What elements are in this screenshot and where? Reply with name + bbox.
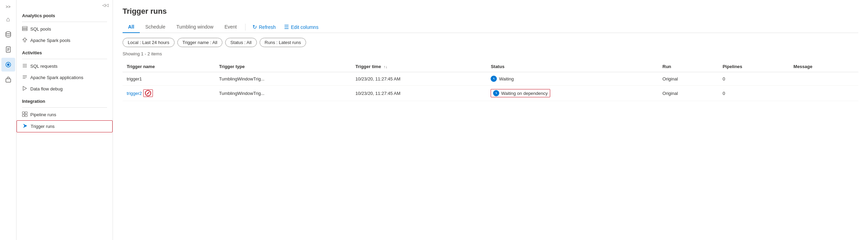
svg-point-6 bbox=[7, 64, 9, 66]
pipelines-cell: 0 bbox=[719, 86, 789, 101]
icon-rail: >> ⌂ bbox=[0, 0, 17, 240]
tab-separator bbox=[245, 24, 245, 31]
pipelines-cell: 0 bbox=[719, 72, 789, 86]
svg-marker-18 bbox=[23, 86, 27, 90]
waiting-dep-status: Waiting on dependency bbox=[491, 89, 550, 97]
trigger-runs-icon bbox=[22, 123, 28, 130]
status-cell: Waiting on dependency bbox=[487, 86, 658, 101]
status-clock-icon bbox=[491, 76, 497, 82]
svg-rect-22 bbox=[25, 114, 27, 117]
svg-point-0 bbox=[6, 32, 11, 34]
svg-rect-19 bbox=[22, 112, 24, 114]
sidebar-item-sql-pools[interactable]: SQL pools bbox=[17, 23, 113, 35]
sidebar-item-data-flow-debug[interactable]: Data flow debug bbox=[17, 83, 113, 95]
status-filter[interactable]: Status : All bbox=[225, 38, 257, 47]
run-cell: Original bbox=[658, 72, 719, 86]
sidebar-item-sql-requests[interactable]: SQL requests bbox=[17, 61, 113, 72]
refresh-icon: ↻ bbox=[252, 24, 257, 30]
data-flow-debug-icon bbox=[22, 86, 28, 92]
monitor-icon[interactable] bbox=[1, 58, 15, 72]
status-dep-text: Waiting on dependency bbox=[501, 91, 547, 96]
svg-rect-10 bbox=[22, 30, 27, 31]
svg-line-29 bbox=[496, 93, 497, 94]
col-trigger-name: Trigger name bbox=[123, 61, 215, 72]
svg-rect-9 bbox=[22, 28, 27, 29]
sql-pools-label: SQL pools bbox=[30, 26, 51, 32]
tab-event[interactable]: Event bbox=[219, 21, 242, 33]
edit-columns-button[interactable]: ☰ Edit columns bbox=[280, 22, 323, 32]
run-cell: Original bbox=[658, 86, 719, 101]
data-icon[interactable] bbox=[1, 28, 15, 41]
trigger-name-text: trigger1 bbox=[127, 76, 142, 81]
refresh-button[interactable]: ↻ Refresh bbox=[248, 22, 280, 32]
sort-icon: ↑↓ bbox=[384, 65, 387, 69]
svg-rect-21 bbox=[22, 114, 24, 117]
showing-text: Showing 1 - 2 items bbox=[123, 51, 858, 56]
trigger-runs-table: Trigger name Trigger type Trigger time ↑… bbox=[123, 61, 858, 101]
activities-section-title: Activities bbox=[17, 46, 113, 57]
sidebar-item-spark-apps[interactable]: Apache Spark applications bbox=[17, 72, 113, 83]
home-icon[interactable]: ⌂ bbox=[1, 12, 15, 26]
collapse-sidebar-button[interactable]: ◁◁ bbox=[102, 3, 108, 8]
spark-pools-icon bbox=[22, 37, 28, 44]
trigger-type-cell: TumblingWindowTrig... bbox=[215, 86, 351, 101]
filter-bar: Local : Last 24 hours Trigger name : All… bbox=[123, 38, 858, 47]
trigger-time-cell: 10/23/20, 11:27:45 AM bbox=[351, 86, 487, 101]
document-icon[interactable] bbox=[1, 43, 15, 56]
sql-requests-label: SQL requests bbox=[30, 64, 57, 69]
main-content: Trigger runs All Schedule Tumbling windo… bbox=[113, 0, 868, 240]
col-run: Run bbox=[658, 61, 719, 72]
svg-line-26 bbox=[494, 79, 494, 79]
col-pipelines: Pipelines bbox=[719, 61, 789, 72]
local-time-filter[interactable]: Local : Last 24 hours bbox=[123, 38, 175, 47]
sidebar-item-pipeline-runs[interactable]: Pipeline runs bbox=[17, 109, 113, 120]
sidebar: ◁◁ Analytics pools SQL pools Apache Spar… bbox=[17, 0, 113, 240]
sidebar-item-trigger-runs[interactable]: Trigger runs bbox=[17, 120, 113, 132]
col-trigger-type: Trigger type bbox=[215, 61, 351, 72]
refresh-label: Refresh bbox=[259, 24, 276, 30]
trigger-time-cell: 10/23/20, 11:27:45 AM bbox=[351, 72, 487, 86]
svg-rect-8 bbox=[22, 26, 27, 28]
integration-section-title: Integration bbox=[17, 95, 113, 106]
trigger2-link[interactable]: trigger2 bbox=[127, 91, 142, 96]
spark-pools-label: Apache Spark pools bbox=[30, 38, 70, 43]
spark-apps-label: Apache Spark applications bbox=[30, 75, 83, 80]
status-cell: Waiting bbox=[487, 72, 658, 86]
table-row: trigger1 TumblingWindowTrig... 10/23/20,… bbox=[123, 72, 858, 86]
analytics-pools-section-title: Analytics pools bbox=[17, 9, 113, 20]
tab-tumbling[interactable]: Tumbling window bbox=[171, 21, 219, 33]
status-text: Waiting bbox=[499, 76, 514, 81]
svg-rect-7 bbox=[6, 79, 11, 82]
runs-filter[interactable]: Runs : Latest runs bbox=[260, 38, 306, 47]
expand-rail-button[interactable]: >> bbox=[1, 3, 15, 11]
trigger-name-filter[interactable]: Trigger name : All bbox=[177, 38, 222, 47]
tab-schedule[interactable]: Schedule bbox=[140, 21, 171, 33]
tab-all[interactable]: All bbox=[123, 21, 140, 33]
pipeline-runs-icon bbox=[22, 111, 28, 118]
blocked-circle-icon bbox=[145, 90, 151, 96]
data-flow-debug-label: Data flow debug bbox=[30, 86, 63, 91]
sql-pools-icon bbox=[22, 26, 28, 32]
trigger-runs-label: Trigger runs bbox=[31, 124, 55, 129]
trigger-type-cell: TumblingWindowTrig... bbox=[215, 72, 351, 86]
edit-columns-icon: ☰ bbox=[284, 24, 289, 30]
svg-marker-23 bbox=[23, 124, 27, 128]
briefcase-icon[interactable] bbox=[1, 73, 15, 87]
edit-columns-label: Edit columns bbox=[291, 24, 318, 30]
page-title: Trigger runs bbox=[123, 7, 858, 16]
table-row: trigger2 TumblingWindowTrig... 10/23/20,… bbox=[123, 86, 858, 101]
svg-rect-20 bbox=[25, 112, 27, 114]
sidebar-item-spark-pools[interactable]: Apache Spark pools bbox=[17, 35, 113, 46]
trigger-name-cell: trigger2 bbox=[123, 86, 215, 101]
status-clock-icon-dep bbox=[493, 90, 499, 96]
pipeline-runs-label: Pipeline runs bbox=[30, 112, 56, 117]
svg-marker-11 bbox=[23, 38, 27, 42]
col-trigger-time[interactable]: Trigger time ↑↓ bbox=[351, 61, 487, 72]
col-status: Status bbox=[487, 61, 658, 72]
tab-bar: All Schedule Tumbling window Event ↻ Ref… bbox=[123, 21, 858, 33]
trigger-name-cell: trigger1 bbox=[123, 72, 215, 86]
message-cell bbox=[789, 72, 858, 86]
message-cell bbox=[789, 86, 858, 101]
blocked-icon-wrapper bbox=[143, 89, 153, 97]
col-message: Message bbox=[789, 61, 858, 72]
